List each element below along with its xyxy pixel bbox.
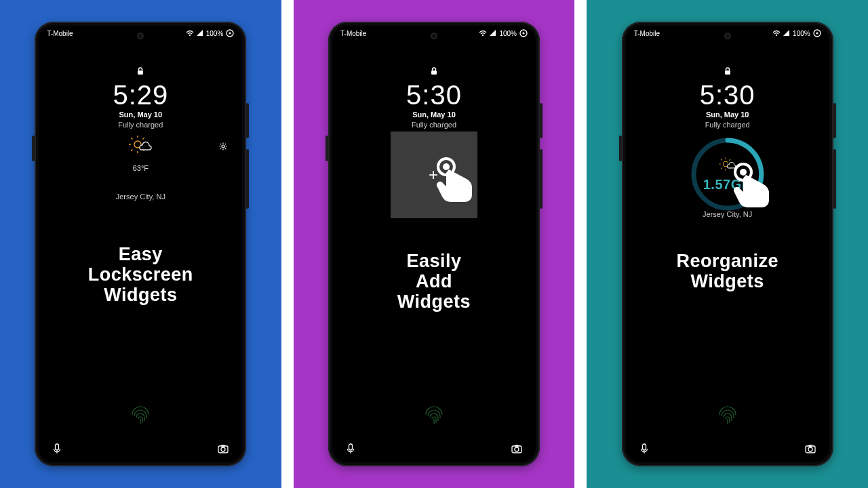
plus-icon: + xyxy=(429,165,438,184)
clock-time: 5:30 xyxy=(700,80,755,110)
promo-headline: EasilyAddWidgets xyxy=(397,251,471,312)
fingerprint-icon[interactable] xyxy=(128,403,153,428)
notch xyxy=(687,26,768,39)
panel-2: T-Mobile 100% 5:30 Sun, May 10 Fully cha… xyxy=(294,0,575,488)
fingerprint-icon[interactable] xyxy=(715,403,740,428)
promo-headline: EasyLockscreenWidgets xyxy=(88,244,193,306)
phone-frame: T-Mobile 100% 5:29 Sun, May 10 Fully cha… xyxy=(35,22,246,466)
promo-headline: ReorganizeWidgets xyxy=(676,251,778,291)
signal-icon xyxy=(783,30,790,37)
camera-icon[interactable] xyxy=(511,444,522,457)
battery-ring-icon xyxy=(226,29,234,37)
mic-icon[interactable] xyxy=(52,443,62,457)
weather-widget[interactable]: 63°F xyxy=(129,134,152,172)
charge-status: Fully charged xyxy=(412,121,456,129)
add-widget-button[interactable]: + xyxy=(391,131,477,218)
signal-icon xyxy=(490,30,496,37)
carrier-label: T-Mobile xyxy=(634,30,660,37)
notch xyxy=(100,26,181,39)
sun-cloud-icon xyxy=(129,134,152,157)
battery-text: 100% xyxy=(206,30,224,37)
panel-1: T-Mobile 100% 5:29 Sun, May 10 Fully cha… xyxy=(0,0,281,488)
location-text: Jersey City, NJ xyxy=(116,192,165,201)
lock-icon xyxy=(136,66,145,76)
lock-icon xyxy=(723,66,732,76)
panel-3: T-Mobile 100% 5:30 Sun, May 10 Fully cha… xyxy=(587,0,868,488)
promo-panels: T-Mobile 100% 5:29 Sun, May 10 Fully cha… xyxy=(0,0,868,488)
fingerprint-icon[interactable] xyxy=(422,403,446,428)
clock-time: 5:30 xyxy=(406,80,462,110)
camera-icon[interactable] xyxy=(805,444,816,457)
clock-date: Sun, May 10 xyxy=(412,110,456,119)
clock-date: Sun, May 10 xyxy=(706,110,749,119)
clock-date: Sun, May 10 xyxy=(119,110,163,119)
wifi-icon xyxy=(186,30,194,37)
notch xyxy=(393,26,475,39)
phone-frame: T-Mobile 100% 5:30 Sun, May 10 Fully cha… xyxy=(622,22,833,466)
charge-status: Fully charged xyxy=(118,121,163,129)
battery-text: 100% xyxy=(499,30,517,37)
lock-icon xyxy=(429,66,439,76)
progress-ring-icon xyxy=(688,134,768,214)
wifi-icon xyxy=(479,30,487,37)
mic-icon[interactable] xyxy=(639,443,649,457)
signal-icon xyxy=(197,30,203,37)
data-usage-widget[interactable]: 1.57GB xyxy=(688,134,768,214)
mic-icon[interactable] xyxy=(346,443,355,457)
battery-text: 100% xyxy=(793,30,810,37)
wifi-icon xyxy=(772,30,781,37)
phone-frame: T-Mobile 100% 5:30 Sun, May 10 Fully cha… xyxy=(328,22,540,466)
charge-status: Fully charged xyxy=(705,121,750,129)
carrier-label: T-Mobile xyxy=(47,30,73,37)
battery-ring-icon xyxy=(813,29,821,37)
temperature: 63°F xyxy=(133,164,149,172)
clock-time: 5:29 xyxy=(113,80,168,110)
gear-icon[interactable] xyxy=(219,141,227,153)
battery-ring-icon xyxy=(519,29,528,37)
camera-icon[interactable] xyxy=(218,444,229,457)
carrier-label: T-Mobile xyxy=(340,30,366,37)
